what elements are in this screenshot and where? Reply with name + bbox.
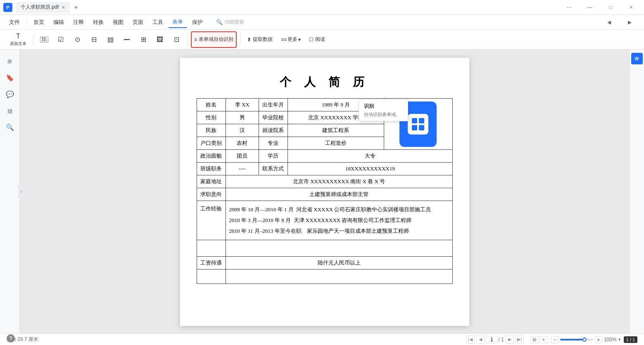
page-total-text: / 1 bbox=[499, 337, 504, 343]
reading-mode-button[interactable]: ☐ 阅读 bbox=[306, 31, 328, 48]
window-close-button[interactable]: × bbox=[622, 1, 641, 14]
bottom-empty-label bbox=[197, 269, 226, 284]
address-value: 北京市 XXXXXXXXXX 南街 X 巷 X 号 bbox=[226, 175, 452, 188]
form-field-btn-3[interactable]: ⊙ bbox=[70, 31, 85, 48]
menu-edit[interactable]: 编辑 bbox=[49, 17, 68, 28]
document-area: 个 人 简 历 姓名 李 XX 出生年月 1989 年 9 月 bbox=[20, 50, 629, 333]
tooltip-title: 识别 bbox=[364, 103, 403, 110]
single-page-view-btn[interactable]: ▤ bbox=[530, 336, 539, 343]
dept-value: 建筑工程系 bbox=[288, 124, 384, 137]
political-label: 政治面貌 bbox=[197, 150, 226, 163]
search-placeholder: 功能搜索 bbox=[224, 19, 244, 26]
more-button[interactable]: ≡≡ 更多 ▾ bbox=[278, 31, 304, 48]
nav-arrows: ◀ ▶ bbox=[599, 16, 639, 29]
document-tab[interactable]: 个人求职简历.pdf × bbox=[16, 2, 70, 13]
zoom-out-btn[interactable]: − bbox=[551, 336, 558, 343]
sidebar-layers-icon[interactable]: ▤ bbox=[3, 104, 17, 117]
form-field-btn-9[interactable]: ⊡ bbox=[169, 31, 184, 48]
sidebar-search-icon[interactable]: 🔍 bbox=[3, 121, 17, 134]
form-icon-6: ━━ bbox=[124, 37, 130, 43]
word-icon[interactable]: W bbox=[631, 53, 643, 64]
recognize-icon: ≡ bbox=[194, 37, 197, 43]
form-field-btn-1[interactable]: lfı bbox=[37, 31, 52, 48]
sidebar-pages-icon[interactable]: ⊞ bbox=[3, 54, 17, 68]
zoom-dropdown-icon[interactable]: ▾ bbox=[618, 337, 620, 342]
ethnicity-label: 民族 bbox=[197, 124, 226, 137]
main-area: ⊞ 🔖 💬 ▤ 🔍 › 个 人 简 历 姓名 李 XX 出生年月 1989 年 … bbox=[0, 50, 644, 333]
svg-rect-2 bbox=[412, 125, 417, 130]
prev-page-btn[interactable]: ◀ bbox=[476, 336, 485, 344]
address-label: 家庭地址 bbox=[197, 175, 226, 188]
table-row: 求职意向 土建预算师或成本部主管 bbox=[197, 188, 452, 201]
salary-value: 陆仟元人民币以上 bbox=[226, 257, 452, 269]
empty-label bbox=[197, 240, 226, 257]
window-minimize-button[interactable]: — bbox=[580, 1, 599, 14]
menu-protect[interactable]: 保护 bbox=[188, 17, 207, 28]
auto-recognize-button[interactable]: ≡ 表单域自动识别 bbox=[191, 31, 237, 48]
extract-data-label: ⬆ 提取数据 bbox=[247, 36, 273, 43]
table-row: 工作经验 2009 年 10 月—2010 年 1 月 河北省 XXXXX 公司… bbox=[197, 201, 452, 240]
form-icon-4: ⊟ bbox=[91, 35, 97, 43]
next-page-btn[interactable]: ▶ bbox=[506, 336, 514, 344]
menu-annotation[interactable]: 注释 bbox=[69, 17, 88, 28]
add-text-button[interactable]: T 添加文本 bbox=[7, 31, 30, 48]
form-field-btn-5[interactable]: ▤ bbox=[103, 31, 118, 48]
menu-view[interactable]: 视图 bbox=[109, 17, 128, 28]
menu-sep-1 bbox=[26, 19, 27, 26]
toolbar-divider-1 bbox=[33, 34, 33, 45]
auto-recognize-label: ≡ 表单域自动识别 bbox=[194, 36, 233, 43]
page-input[interactable] bbox=[486, 336, 498, 343]
table-row: 家庭地址 北京市 XXXXXXXXXX 南街 X 巷 X 号 bbox=[197, 175, 452, 188]
bottom-empty-value bbox=[226, 269, 452, 284]
zoom-thumb bbox=[582, 338, 587, 342]
form-field-btn-4[interactable]: ⊟ bbox=[86, 31, 101, 48]
form-field-btn-8[interactable]: 🖼 bbox=[152, 31, 167, 48]
last-page-btn[interactable]: ▶| bbox=[516, 336, 524, 344]
form-icon-8: 🖼 bbox=[157, 36, 163, 43]
menu-file[interactable]: 文件 bbox=[5, 17, 24, 28]
menu-home[interactable]: 首页 bbox=[29, 17, 48, 28]
help-button[interactable]: ? bbox=[7, 334, 15, 343]
sidebar-bookmark-icon[interactable]: 🔖 bbox=[3, 71, 17, 84]
first-page-btn[interactable]: |◀ bbox=[466, 336, 475, 344]
tab-close-button[interactable]: × bbox=[62, 5, 65, 10]
upload-icon: ⬆ bbox=[247, 37, 251, 43]
continuous-view-btn[interactable]: ≡ bbox=[539, 336, 548, 343]
classrole-label: 班级职务 bbox=[197, 163, 226, 175]
window-maximize-button[interactable]: □ bbox=[601, 1, 620, 14]
search-icon: 🔍 bbox=[216, 19, 223, 25]
empty-value bbox=[226, 240, 452, 257]
zoom-slider[interactable] bbox=[560, 339, 593, 340]
menu-convert[interactable]: 转换 bbox=[89, 17, 108, 28]
new-tab-button[interactable]: + bbox=[71, 3, 81, 12]
nav-forward-btn[interactable]: ▶ bbox=[620, 16, 639, 29]
sidebar-comment-icon[interactable]: 💬 bbox=[3, 87, 17, 101]
table-row: 工资待遇 陆仟元人民币以上 bbox=[197, 257, 452, 269]
classrole-value: ---- bbox=[226, 163, 259, 175]
intention-label: 求职意向 bbox=[197, 188, 226, 201]
menubar: 文件 首页 编辑 注释 转换 视图 页面 工具 表单 保护 🔍 功能搜索 ◀ ▶ bbox=[0, 15, 644, 30]
sidebar-collapse-button[interactable]: › bbox=[18, 185, 25, 198]
name-value: 李 XX bbox=[226, 99, 259, 111]
form-field-btn-7[interactable]: ⊞ bbox=[136, 31, 151, 48]
svg-rect-3 bbox=[419, 125, 424, 130]
zoom-in-btn[interactable]: + bbox=[595, 336, 602, 343]
menu-tools[interactable]: 工具 bbox=[148, 17, 167, 28]
menu-page[interactable]: 页面 bbox=[128, 17, 147, 28]
form-field-btn-2[interactable]: ☑ bbox=[53, 31, 68, 48]
photo-logo bbox=[408, 114, 428, 135]
form-icon-9: ⊡ bbox=[174, 35, 179, 43]
table-row: 姓名 李 XX 出生年月 1989 年 9 月 bbox=[197, 99, 452, 111]
toolbar-divider-3 bbox=[240, 34, 240, 45]
window-dots-button[interactable]: ⋯ bbox=[560, 1, 579, 14]
form-field-btn-6[interactable]: ━━ bbox=[119, 31, 134, 48]
search-area: 🔍 功能搜索 bbox=[216, 19, 244, 26]
table-row: 政治面貌 团员 学历 大专 bbox=[197, 150, 452, 163]
dept-label: 就读院系 bbox=[259, 124, 288, 137]
resume-table: 姓名 李 XX 出生年月 1989 年 9 月 bbox=[197, 98, 453, 284]
nav-back-btn[interactable]: ◀ bbox=[599, 16, 618, 29]
menu-form[interactable]: 表单 bbox=[168, 17, 187, 28]
tab-title: 个人求职简历.pdf bbox=[21, 4, 59, 11]
extract-data-button[interactable]: ⬆ 提取数据 bbox=[244, 31, 276, 48]
experience-value: 2009 年 10 月—2010 年 1 月 河北省 XXXXX 公司石家庄职教… bbox=[226, 201, 452, 240]
